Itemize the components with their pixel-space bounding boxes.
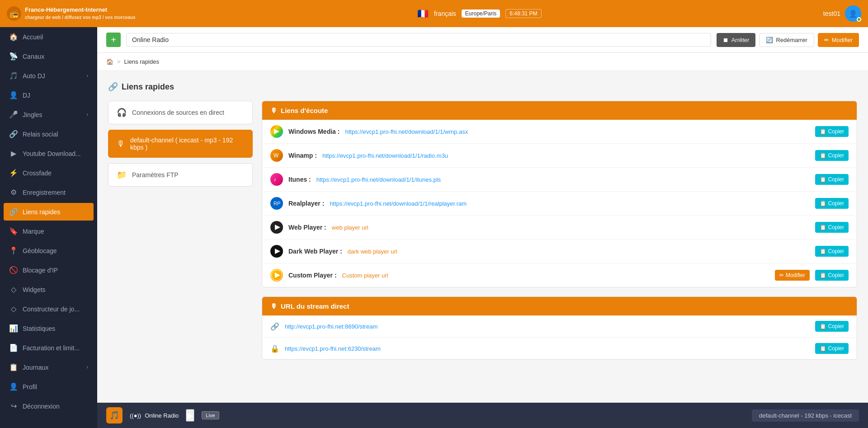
left-panel: 🎧 Connexions de sources en direct 🎙 defa… (108, 101, 253, 360)
main-layout: 🏠 Accueil 📡 Canaux 🎵 Auto DJ › 👤 DJ 🎤 Ji… (0, 27, 868, 428)
sidebar-item-label: Blocage d'IP (23, 267, 58, 274)
sidebar-item-geoblocage[interactable]: 📍 Géoblocage (0, 241, 97, 260)
breadcrumb-separator: > (117, 58, 121, 65)
sidebar-item-blocage-ip[interactable]: 🚫 Blocage d'IP (0, 260, 97, 280)
custom-player-icon (270, 269, 283, 282)
refresh-icon: 🔄 (766, 37, 773, 43)
chevron-right-icon: › (87, 112, 88, 117)
sidebar-item-relais-social[interactable]: 🔗 Relais social (0, 124, 97, 144)
dark-player-url: dark web player url (348, 248, 810, 255)
copy-icon: 📋 (820, 272, 826, 278)
copy-icon: 📋 (820, 176, 826, 183)
default-channel-card[interactable]: 🎙 default-channel ( icecast - mp3 - 192 … (108, 130, 253, 158)
logo-icon: 📻 (7, 6, 21, 21)
sidebar-item-jingles[interactable]: 🎤 Jingles › (0, 105, 97, 124)
sidebar-item-dj[interactable]: 👤 DJ (0, 85, 97, 105)
http-stream-row: 🔗 http://evcp1.pro-fhi.net:8690/stream 📋… (262, 315, 857, 338)
windows-media-url[interactable]: https://evcp1.pro-fhi.net/download/1/1/w… (345, 128, 809, 135)
connexions-card[interactable]: 🎧 Connexions de sources en direct (108, 101, 253, 124)
station-select[interactable]: Online Radio (126, 33, 711, 47)
web-player-copy-button[interactable]: 📋 Copier (815, 222, 849, 233)
add-station-button[interactable]: + (106, 33, 121, 47)
bottom-play-button[interactable]: ▶ (186, 409, 194, 422)
sidebar-item-label: Profil (23, 383, 37, 390)
dark-player-copy-button[interactable]: 📋 Copier (815, 246, 849, 257)
sidebar-item-label: Journaux (23, 364, 49, 371)
winamp-label: Winamp : (288, 152, 317, 159)
flag-icon: 🇫🇷 (417, 8, 429, 19)
sidebar-item-profil[interactable]: 👤 Profil (0, 377, 97, 396)
sidebar-item-accueil[interactable]: 🏠 Accueil (0, 27, 97, 47)
sidebar: 🏠 Accueil 📡 Canaux 🎵 Auto DJ › 👤 DJ 🎤 Ji… (0, 27, 97, 428)
svg-text:RP: RP (274, 201, 280, 206)
realplayer-row: RP Realplayer : https://evcp1.pro-fhi.ne… (262, 192, 857, 216)
block-icon: 🚫 (9, 266, 18, 274)
restart-button[interactable]: 🔄 Redémarrer (759, 33, 814, 47)
ftp-card[interactable]: 📁 Paramètres FTP (108, 163, 253, 187)
record-icon: ⚙ (9, 188, 18, 197)
http-stream-copy-button[interactable]: 📋 Copier (815, 321, 849, 332)
liens-ecoute-header: 🎙 Liens d'écoute (262, 101, 857, 120)
sidebar-item-enregistrement[interactable]: ⚙ Enregistrement (0, 183, 97, 202)
top-bar-actions: ⏹ Arrêter 🔄 Redémarrer ✏ Modifier (717, 33, 859, 47)
header-right: test01 👤 (823, 5, 861, 22)
windows-media-copy-button[interactable]: 📋 Copier (815, 126, 849, 137)
svg-text:♪: ♪ (274, 176, 276, 183)
sidebar-item-statistiques[interactable]: 📊 Statistiques (0, 319, 97, 338)
http-stream-url[interactable]: http://evcp1.pro-fhi.net:8690/stream (285, 323, 810, 330)
log-icon: 📋 (9, 363, 18, 372)
sidebar-item-marque[interactable]: 🔖 Marque (0, 221, 97, 241)
lock-icon: 🔒 (270, 344, 279, 353)
custom-player-modifier-button[interactable]: ✏ Modifier (775, 270, 810, 281)
dark-player-icon (270, 245, 283, 258)
link-icon: 🔗 (9, 130, 18, 138)
sidebar-item-label: Constructeur de jo... (23, 306, 80, 313)
header: 📻 France-Hébergement-Internet chargeur d… (0, 0, 868, 27)
copy-icon: 📋 (820, 224, 826, 230)
winamp-row: W Winamp : https://evcp1.pro-fhi.net/dow… (262, 144, 857, 168)
realplayer-url[interactable]: https://evcp1.pro-fhi.net/download/1/1/r… (330, 200, 809, 207)
sidebar-item-liens-rapides[interactable]: 🔗 Liens rapides (4, 203, 94, 221)
sidebar-item-facturation[interactable]: 📄 Facturation et limit... (0, 338, 97, 357)
itunes-url[interactable]: https://evcp1.pro-fhi.net/download/1/1/i… (316, 176, 810, 183)
avatar[interactable]: 👤 (845, 5, 861, 22)
billing-icon: 📄 (9, 343, 18, 352)
realplayer-copy-button[interactable]: 📋 Copier (815, 198, 849, 209)
sidebar-item-youtube[interactable]: ▶ Youtube Download... (0, 144, 97, 163)
sidebar-item-label: Facturation et limit... (23, 344, 80, 352)
stop-button[interactable]: ⏹ Arrêter (717, 33, 756, 47)
link-http-icon: 🔗 (270, 322, 279, 331)
sidebar-item-deconnexion[interactable]: ↪ Déconnexion (0, 396, 97, 416)
sidebar-item-constructeur[interactable]: ◇ Constructeur de jo... (0, 299, 97, 319)
header-center: 🇫🇷 français Europe/Paris 6:48:31 PM (417, 8, 542, 19)
itunes-copy-button[interactable]: 📋 Copier (815, 174, 849, 185)
windows-media-label: Windows Media : (288, 128, 340, 135)
svg-marker-13 (275, 273, 280, 278)
https-stream-url[interactable]: https://evcp1.pro-fhi.net:6230/stream (285, 345, 810, 352)
edit-button[interactable]: ✏ Modifier (818, 33, 859, 47)
winamp-url[interactable]: https://evcp1.pro-fhi.net/download/1/1/r… (322, 152, 810, 159)
sidebar-item-crossfade[interactable]: ⚡ Crossfade (0, 163, 97, 183)
sidebar-item-label: Youtube Download... (23, 150, 81, 157)
language-label: français (434, 10, 456, 17)
brand-icon: 🔖 (9, 227, 18, 235)
itunes-row: ♪ Itunes : https://evcp1.pro-fhi.net/dow… (262, 168, 857, 192)
home-breadcrumb-icon[interactable]: 🏠 (106, 58, 113, 65)
profile-icon: 👤 (9, 382, 18, 391)
sidebar-item-canaux[interactable]: 📡 Canaux (0, 47, 97, 66)
winamp-copy-button[interactable]: 📋 Copier (815, 150, 849, 161)
custom-player-copy-button[interactable]: 📋 Copier (815, 270, 849, 281)
links-icon: 🔗 (9, 207, 18, 216)
custom-player-label: Custom Player : (288, 272, 337, 279)
bottom-bar: 🎵 ((●)) Online Radio ▶ Live default-chan… (97, 403, 868, 428)
https-stream-copy-button[interactable]: 📋 Copier (815, 343, 849, 354)
svg-point-4 (270, 173, 283, 186)
sidebar-item-widgets[interactable]: ◇ Widgets (0, 280, 97, 299)
mic-header-icon: 🎙 (270, 107, 277, 114)
liens-ecoute-card: 🎙 Liens d'écoute Windows Media : https:/… (262, 101, 857, 287)
sidebar-item-auto-dj[interactable]: 🎵 Auto DJ › (0, 66, 97, 85)
pencil-icon: ✏ (779, 272, 784, 278)
ftp-label: Paramètres FTP (132, 171, 179, 179)
sidebar-item-journaux[interactable]: 📋 Journaux › (0, 357, 97, 377)
windows-media-icon (270, 125, 283, 138)
